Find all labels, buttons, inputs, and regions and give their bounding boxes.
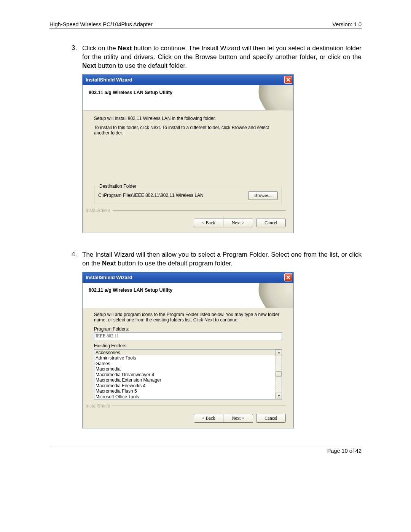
browse-button[interactable]: Browse...: [248, 191, 278, 200]
list-item[interactable]: Administrative Tools: [96, 355, 275, 361]
list-item[interactable]: Macromedia Fireworks 4: [96, 383, 275, 389]
step-4-number: 4.: [72, 251, 82, 268]
cancel-button[interactable]: Cancel: [256, 414, 286, 423]
scroll-up-icon[interactable]: [276, 350, 282, 356]
dialog-titlebar: InstallShield Wizard: [83, 75, 293, 85]
dialog1-line1: Setup will install 802.11 Wireless LAN i…: [94, 116, 282, 121]
list-item[interactable]: Macromedia Dreamweaver 4: [96, 372, 275, 378]
scrollbar[interactable]: [275, 350, 282, 399]
program-folders-label: Program Folders:: [94, 326, 282, 332]
scroll-down-icon[interactable]: [276, 393, 282, 399]
list-item[interactable]: Macromedia Flash 5: [96, 388, 275, 394]
dialog-title: InstallShield Wizard: [86, 275, 132, 280]
step-3-text: Click on the Next button to continue. Th…: [82, 44, 362, 70]
step-3: 3. Click on the Next button to continue.…: [72, 44, 362, 70]
header-left: High-Speed Wireless PC/104Plus Adapter: [49, 21, 153, 27]
install-wizard-dialog-destination: InstallShield Wizard 802.11 a/g Wireless…: [82, 74, 294, 233]
installshield-label: InstallShield: [86, 403, 286, 409]
dialog-titlebar: InstallShield Wizard: [83, 272, 293, 283]
install-wizard-dialog-program-folder: InstallShield Wizard 802.11 a/g Wireless…: [82, 272, 294, 428]
list-item[interactable]: Macromedia Extension Manager: [96, 377, 275, 383]
list-item[interactable]: Games: [96, 361, 275, 367]
destination-path: C:\Program Files\IEEE 802.11\802.11 Wire…: [98, 193, 204, 198]
page-footer: Page 10 of 42: [49, 446, 362, 454]
next-button[interactable]: Next >: [223, 219, 253, 227]
next-button[interactable]: Next >: [223, 414, 253, 423]
dialog-title: InstallShield Wizard: [86, 77, 132, 83]
cancel-button[interactable]: Cancel: [256, 219, 286, 227]
step-4-text: The Install Wizard will then allow you t…: [82, 251, 362, 268]
dialog1-line2: To install to this folder, click Next. T…: [94, 125, 282, 136]
page-header: High-Speed Wireless PC/104Plus Adapter V…: [49, 21, 362, 29]
step-3-number: 3.: [72, 44, 82, 70]
list-item[interactable]: Microsoft Office Tools: [96, 394, 275, 399]
installshield-label: InstallShield: [86, 208, 286, 213]
dialog2-line1: Setup will add program icons to the Prog…: [94, 312, 282, 323]
dialog-banner: 802.11 a/g Wireless LAN Setup Utility: [83, 283, 293, 308]
list-item[interactable]: Accessories: [96, 350, 275, 356]
scroll-thumb[interactable]: [276, 371, 282, 377]
page-curl-graphic: [248, 283, 293, 308]
destination-folder-group: Destination Folder C:\Program Files\IEEE…: [94, 184, 282, 204]
back-button[interactable]: < Back: [194, 219, 223, 227]
close-icon[interactable]: [284, 273, 292, 281]
dialog-banner: 802.11 a/g Wireless LAN Setup Utility: [83, 85, 293, 110]
back-button[interactable]: < Back: [194, 414, 223, 423]
program-folders-input[interactable]: IEEE 802.11: [94, 332, 282, 340]
close-icon[interactable]: [284, 76, 292, 84]
page-curl-graphic: [248, 85, 293, 110]
list-item[interactable]: Macromedia: [96, 366, 275, 372]
header-right: Version: 1.0: [332, 21, 362, 27]
existing-folders-listbox[interactable]: Accessories Administrative Tools Games M…: [94, 349, 282, 399]
page-number: Page 10 of 42: [327, 448, 362, 454]
destination-folder-legend: Destination Folder: [98, 184, 137, 189]
existing-folders-label: Existing Folders:: [94, 343, 282, 348]
step-4: 4. The Install Wizard will then allow yo…: [72, 251, 362, 268]
